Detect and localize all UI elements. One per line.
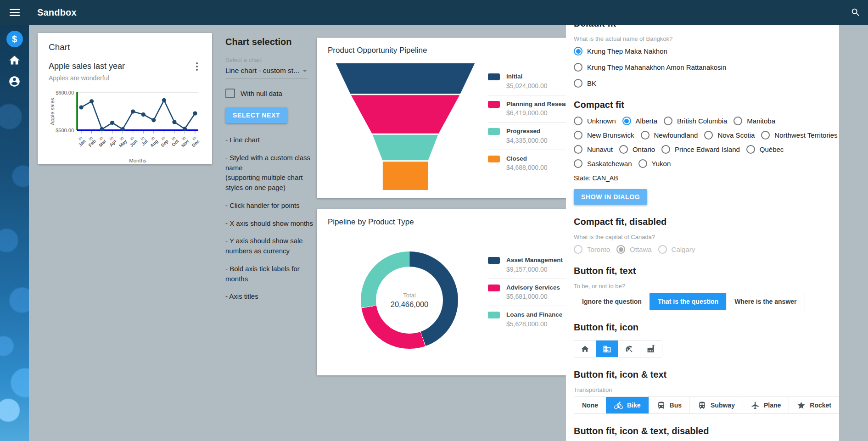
search-icon[interactable] xyxy=(843,0,868,25)
radio-label: New Brunswick xyxy=(587,131,634,139)
toggle-button-ignore-the-question[interactable]: Ignore the question xyxy=(574,293,650,310)
toggle-button-rocket[interactable]: Rocket xyxy=(789,397,839,413)
section-heading-compact-fit-disabled: Compact fit, disabled xyxy=(574,217,831,227)
radio-icon xyxy=(661,145,670,154)
toggle-button[interactable] xyxy=(596,341,618,357)
radio-label: Newfoundland xyxy=(654,131,698,139)
toggle-button-bus[interactable]: Bus xyxy=(649,397,689,413)
radio-label: Calgary xyxy=(672,246,695,253)
svg-text:inJan: inJan xyxy=(74,135,86,148)
section-heading-button-fit-icon-text-disabled: Button fit, icon & text, disabled xyxy=(574,426,831,436)
donut-chart[interactable]: Total 20,466,000 xyxy=(361,251,458,349)
toggle-button[interactable] xyxy=(618,341,640,357)
radio-option[interactable]: Krung Thep Maka Nakhon xyxy=(574,47,667,56)
button-label: Bike xyxy=(627,402,641,409)
radio-icon xyxy=(761,131,770,140)
radio-label: Alberta xyxy=(636,117,658,125)
legend-swatch xyxy=(488,101,500,108)
legend-swatch xyxy=(488,156,500,162)
legend-item: Closed $4,688,000.00 xyxy=(488,150,575,177)
radio-label: Ottawa xyxy=(630,246,652,253)
radio-option[interactable]: Manitoba xyxy=(734,117,775,125)
select-next-button[interactable]: SELECT NEXT xyxy=(225,107,287,123)
toggle-button-none[interactable]: None xyxy=(574,397,606,413)
button-label: Subway xyxy=(711,402,735,409)
radio-label: Krung Thep Mahanakhon Amon Rattanakosin xyxy=(587,63,726,71)
apple-sales-line-chart[interactable]: $600.00$500.00inJaninFebinMarinAprinMayi… xyxy=(49,85,201,166)
button-label: Plane xyxy=(764,402,781,409)
chart-note: - Click handler for points xyxy=(225,201,317,211)
radio-option[interactable]: British Columbia xyxy=(664,117,727,125)
funnel-chart[interactable] xyxy=(330,63,481,192)
radio-icon xyxy=(704,131,713,140)
null-data-checkbox-row[interactable]: With null data xyxy=(225,89,317,98)
radio-group-capital-disabled: TorontoOttawaCalgary xyxy=(574,245,831,254)
radio-option[interactable]: Prince Edward Island xyxy=(661,145,740,154)
menu-icon[interactable] xyxy=(0,0,29,25)
radio-option[interactable]: Québec xyxy=(746,145,784,154)
radio-label: Nunavut xyxy=(587,145,613,153)
radio-option[interactable]: Alberta xyxy=(622,117,658,125)
toggle-button-where-is-the-answer[interactable]: Where is the answer xyxy=(726,293,804,310)
donut-card: Pipeline by Product Type Total 20,466,00… xyxy=(317,209,584,375)
radio-icon xyxy=(574,159,582,168)
svg-text:inJun: inJun xyxy=(126,135,138,148)
button-label: That is the question xyxy=(658,298,718,305)
plane-icon xyxy=(751,401,760,410)
show-in-dialog-button[interactable]: SHOW IN DIALOG xyxy=(574,189,647,205)
more-options-icon[interactable] xyxy=(193,61,201,72)
button-group-transportation: NoneBikeBusSubwayPlaneRocket xyxy=(574,396,839,414)
question-label: What is the capital of Canada? xyxy=(574,234,831,240)
svg-text:inApr: inApr xyxy=(105,135,118,148)
radio-label: Krung Thep Maka Nakhon xyxy=(587,47,667,55)
radio-option[interactable]: Unknown xyxy=(574,117,616,125)
chart-notes: - Line chart- Styled with a custom class… xyxy=(225,135,317,301)
home-icon xyxy=(581,345,589,353)
section-heading-button-fit-icon: Button fit, icon xyxy=(574,322,831,333)
sidebar-item-account[interactable] xyxy=(0,71,29,92)
chart-title: Apple sales last year xyxy=(49,61,125,71)
radio-label: Unknown xyxy=(587,117,616,125)
button-label: Bus xyxy=(670,402,682,409)
chart-note: - Styled with a custom class name (suppo… xyxy=(225,153,317,193)
toggle-button-that-is-the-question[interactable]: That is the question xyxy=(650,293,726,310)
radio-option[interactable]: Newfoundland xyxy=(641,131,698,140)
chart-select[interactable]: Line chart - custom st... xyxy=(225,64,308,78)
radio-option[interactable]: Ontario xyxy=(619,145,655,154)
legend-value: $9,157,000.00 xyxy=(506,266,563,273)
radio-option[interactable]: BK xyxy=(574,79,596,88)
chart-subtitle: Apples are wonderful xyxy=(49,74,201,82)
radio-option[interactable]: Yukon xyxy=(638,159,671,168)
toggle-button[interactable] xyxy=(640,341,662,357)
radio-option[interactable]: Nova Scotia xyxy=(704,131,755,140)
legend-swatch xyxy=(488,312,500,318)
button-label: Rocket xyxy=(810,402,831,409)
donut-total-label: Total xyxy=(403,292,415,299)
radio-option[interactable]: Nunavut xyxy=(574,145,613,154)
donut-title: Pipeline by Product Type xyxy=(328,218,414,227)
checkbox-icon[interactable] xyxy=(225,89,235,98)
radio-option: Ottawa xyxy=(616,245,652,254)
radio-option[interactable]: New Brunswick xyxy=(574,131,634,140)
radio-option[interactable]: Saskatchewan xyxy=(574,159,632,168)
sidebar-item-home[interactable] xyxy=(0,50,29,71)
radio-icon xyxy=(746,145,755,154)
radio-option[interactable]: Northwest Territories xyxy=(761,131,837,140)
radio-option[interactable]: Krung Thep Mahanakhon Amon Rattanakosin xyxy=(574,63,726,72)
radio-option: Toronto xyxy=(574,245,610,254)
toggle-button[interactable] xyxy=(574,341,596,357)
chart-note: - Axis titles xyxy=(225,291,317,301)
toggle-button-bike[interactable]: Bike xyxy=(606,397,649,413)
legend-name: Advisory Services xyxy=(506,284,560,291)
legend-swatch xyxy=(488,285,500,291)
svg-text:Apple sales: Apple sales xyxy=(50,98,55,125)
toggle-button-subway[interactable]: Subway xyxy=(689,397,743,413)
app-title: Sandbox xyxy=(37,7,77,18)
legend-item: Asset Management $9,157,000.00 xyxy=(488,251,575,279)
beach-umbrella-icon xyxy=(625,345,633,353)
legend-item: Initial $5,024,000.00 xyxy=(488,68,575,95)
bike-icon xyxy=(614,401,623,410)
sidebar-item-sales[interactable]: $ xyxy=(0,28,29,50)
radio-label: BK xyxy=(587,79,596,87)
toggle-button-plane[interactable]: Plane xyxy=(743,397,789,413)
